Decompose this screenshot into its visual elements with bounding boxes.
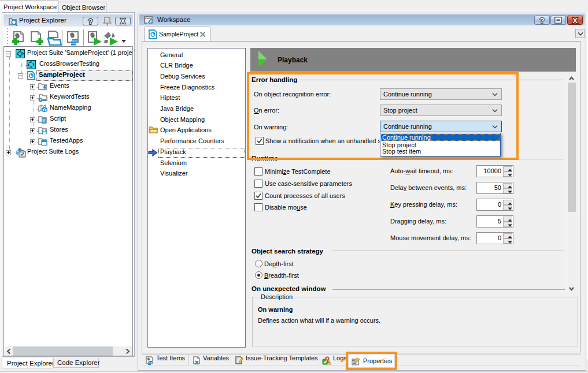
svg-text:?: ? [540,16,545,24]
svg-text:?: ? [88,17,93,25]
svg-text:X: X [572,16,578,24]
svg-text:X: X [120,17,125,25]
